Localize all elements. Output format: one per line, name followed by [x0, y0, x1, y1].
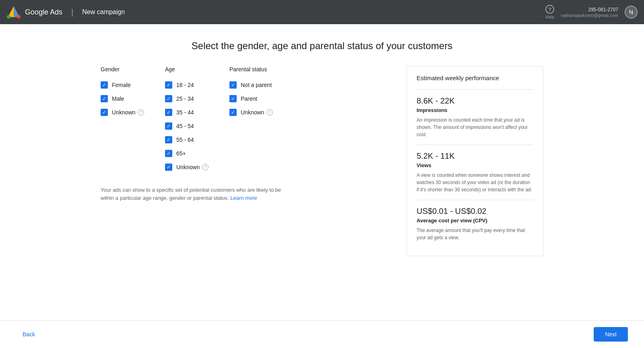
gender-female-item[interactable]: ✓ Female	[101, 79, 149, 91]
impressions-range: 8.6K - 22K	[417, 96, 533, 106]
svg-point-3	[17, 15, 21, 19]
parental-status-title: Parental status	[229, 66, 278, 72]
checkmark-icon: ✓	[102, 83, 106, 87]
content-area: Select the gender, age and parental stat…	[0, 24, 644, 320]
impressions-section: 8.6K - 22K Impressions An impression is …	[417, 89, 533, 145]
learn-more-link[interactable]: Learn more	[230, 195, 257, 201]
help-label: Help	[545, 14, 555, 19]
age-55-64-checkbox[interactable]: ✓	[165, 136, 172, 143]
age-45-54-checkbox[interactable]: ✓	[165, 122, 172, 130]
gender-male-label: Male	[112, 95, 124, 102]
checkmark-icon: ✓	[102, 96, 106, 101]
parental-parent-checkbox[interactable]: ✓	[229, 95, 237, 102]
views-range: 5.2K - 11K	[417, 151, 533, 161]
performance-title: Estimated weekly performance	[417, 75, 533, 81]
gender-male-checkbox[interactable]: ✓	[101, 95, 108, 102]
parental-not-a-parent-item[interactable]: ✓ Not a parent	[229, 79, 278, 91]
gender-title: Gender	[101, 66, 149, 72]
help-button[interactable]: ? Help	[545, 5, 555, 19]
phone-number: 295-081-2707	[588, 7, 618, 12]
app-name: Google Ads	[25, 8, 62, 17]
checkmark-icon: ✓	[231, 110, 235, 115]
age-35-44-item[interactable]: ✓ 35 - 44	[165, 106, 213, 118]
age-65plus-checkbox[interactable]: ✓	[165, 150, 172, 157]
header-right: ? Help 295-081-2707 nathanojaokomo@gmail…	[545, 5, 638, 19]
age-unknown-checkbox[interactable]: ✓	[165, 164, 172, 171]
parental-unknown-checkbox[interactable]: ✓	[229, 109, 237, 116]
help-circle-icon: ?	[545, 5, 554, 14]
checkmark-icon: ✓	[167, 124, 171, 128]
checkmark-icon: ✓	[167, 151, 171, 156]
user-email: nathanojaokomo@gmail.com	[561, 13, 618, 18]
gender-male-item[interactable]: ✓ Male	[101, 93, 149, 105]
demographics-grid: Gender ✓ Female ✓	[101, 66, 394, 173]
gender-unknown-item[interactable]: ✓ Unknown ?	[101, 106, 149, 118]
age-18-24-checkbox[interactable]: ✓	[165, 81, 172, 89]
gender-female-label: Female	[112, 82, 131, 88]
cpv-metric: Average cost per view (CPV)	[417, 218, 533, 224]
checkmark-icon: ✓	[102, 110, 106, 115]
campaign-name: New campaign	[82, 8, 125, 16]
gender-female-checkbox[interactable]: ✓	[101, 81, 108, 89]
header-divider: |	[71, 8, 73, 17]
checkmark-icon: ✓	[167, 96, 171, 101]
age-column: Age ✓ 18 - 24 ✓ 25 - 34	[165, 66, 213, 173]
page-title: Select the gender, age and parental stat…	[192, 40, 452, 52]
user-info: 295-081-2707 nathanojaokomo@gmail.com	[561, 7, 618, 18]
impressions-description: An impression is counted each time that …	[417, 116, 533, 138]
age-title: Age	[165, 66, 213, 72]
svg-point-2	[7, 15, 10, 19]
gender-unknown-label: Unknown ?	[112, 109, 144, 116]
age-55-64-label: 55 - 64	[176, 137, 194, 143]
checkmark-icon: ✓	[231, 83, 235, 87]
parental-not-a-parent-checkbox[interactable]: ✓	[229, 81, 237, 89]
parental-unknown-item[interactable]: ✓ Unknown ?	[229, 106, 278, 118]
parental-parent-label: Parent	[241, 95, 257, 102]
cpv-range: US$0.01 - US$0.02	[417, 207, 533, 216]
parental-status-column: Parental status ✓ Not a parent ✓ Parent	[229, 66, 278, 173]
age-unknown-label: Unknown ?	[176, 164, 208, 170]
back-button[interactable]: Back	[16, 327, 41, 342]
age-65plus-item[interactable]: ✓ 65+	[165, 147, 213, 160]
cpv-section: US$0.01 - US$0.02 Average cost per view …	[417, 200, 533, 248]
age-55-64-item[interactable]: ✓ 55 - 64	[165, 134, 213, 146]
parental-not-a-parent-label: Not a parent	[241, 82, 272, 88]
cpv-description: The average amount that you'll pay every…	[417, 227, 533, 241]
age-45-54-label: 45 - 54	[176, 123, 194, 129]
checkmark-icon: ✓	[167, 137, 171, 142]
footer: Back Next	[0, 320, 644, 348]
age-18-24-label: 18 - 24	[176, 82, 194, 88]
header: Google Ads | New campaign ? Help 295-081…	[0, 0, 644, 24]
parental-unknown-label: Unknown ?	[241, 109, 273, 116]
age-25-34-label: 25 - 34	[176, 95, 194, 102]
avatar[interactable]: N	[625, 6, 638, 19]
performance-card: Estimated weekly performance 8.6K - 22K …	[407, 66, 543, 256]
gender-column: Gender ✓ Female ✓	[101, 66, 149, 173]
age-25-34-checkbox[interactable]: ✓	[165, 95, 172, 102]
views-description: A view is counted when someone shows int…	[417, 172, 533, 193]
logo-area: Google Ads | New campaign	[6, 5, 125, 19]
views-section: 5.2K - 11K Views A view is counted when …	[417, 145, 533, 200]
age-unknown-item[interactable]: ✓ Unknown ?	[165, 161, 213, 173]
form-section: Gender ✓ Female ✓	[101, 66, 394, 202]
age-45-54-item[interactable]: ✓ 45 - 54	[165, 120, 213, 132]
google-ads-logo-icon	[6, 5, 21, 19]
age-25-34-item[interactable]: ✓ 25 - 34	[165, 93, 213, 105]
age-35-44-label: 35 - 44	[176, 109, 194, 116]
parental-unknown-info-icon[interactable]: ?	[266, 109, 273, 116]
gender-unknown-info-icon[interactable]: ?	[138, 109, 144, 116]
age-18-24-item[interactable]: ✓ 18 - 24	[165, 79, 213, 91]
age-unknown-info-icon[interactable]: ?	[202, 164, 208, 170]
checkmark-icon: ✓	[167, 165, 171, 170]
age-65plus-label: 65+	[176, 150, 186, 157]
next-button[interactable]: Next	[594, 327, 628, 342]
age-35-44-checkbox[interactable]: ✓	[165, 109, 172, 116]
sidebar: Estimated weekly performance 8.6K - 22K …	[407, 66, 543, 256]
note-text: Your ads can show to a specific set of p…	[101, 186, 286, 202]
views-metric: Views	[417, 162, 533, 168]
main-content: Select the gender, age and parental stat…	[0, 24, 644, 348]
checkmark-icon: ✓	[167, 110, 171, 115]
parental-parent-item[interactable]: ✓ Parent	[229, 93, 278, 105]
checkmark-icon: ✓	[167, 83, 171, 87]
gender-unknown-checkbox[interactable]: ✓	[101, 109, 108, 116]
